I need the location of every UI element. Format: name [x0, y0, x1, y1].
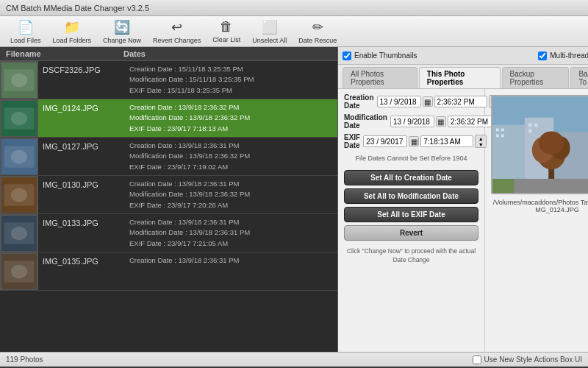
creation-time-input[interactable] — [434, 96, 487, 107]
title-bar: CM Batch MMedia Date Changer v3.2.5 — [0, 0, 588, 16]
modification-date-display: Modification Date : 13/9/18 2:36:32 PM — [129, 189, 333, 199]
new-style-ui-area[interactable]: Use New Style Actions Box UI — [473, 355, 582, 364]
clear-list-icon: 🗑 — [220, 19, 233, 35]
creation-date-display: Creation Date : 15/11/18 3:25:35 PM — [129, 64, 333, 74]
file-name: IMG_0130.JPG — [43, 179, 123, 210]
exif-date-display: EXIF Date : 23/9/17 7:19:02 AM — [129, 162, 333, 172]
creation-date-row: Creation Date ▦ ▲ ▼ — [344, 93, 478, 110]
set-all-exif-btn[interactable]: Set All to EXIF Date — [344, 207, 478, 222]
change-now-icon: 🔄 — [114, 19, 130, 35]
thumb-image — [1, 254, 37, 289]
toolbar-btn-date-rescue[interactable]: ✏ Date Rescue — [294, 18, 341, 46]
properties-panel: Creation Date ▦ ▲ ▼ Modification Date — [338, 89, 588, 352]
file-info: IMG_0133.JPG Creation Date : 13/9/18 2:3… — [38, 214, 337, 252]
file-name: IMG_0135.JPG — [43, 255, 123, 287]
file-info: IMG_0127.JPG Creation Date : 13/9/18 2:3… — [38, 138, 337, 175]
file-thumb — [0, 138, 38, 175]
new-style-ui-checkbox[interactable] — [473, 355, 481, 364]
modification-date-display: Modification Date : 13/9/18 2:36:31 PM — [129, 227, 333, 238]
multithreaded-label: Multi-threaded Support — [550, 52, 588, 60]
header-dates: Dates — [123, 49, 331, 58]
creation-date-display: Creation Date : 13/9/18 2:36:31 PM — [129, 217, 333, 227]
date-rescue-icon: ✏ — [312, 19, 323, 35]
exif-date-display: EXIF Date : 23/9/17 7:18:13 AM — [129, 124, 333, 134]
set-all-creation-btn[interactable]: Set All to Creation Date — [344, 170, 478, 185]
tab-3[interactable]: Basic How To — [570, 67, 588, 88]
header-filename: Filename — [6, 49, 123, 58]
file-info: IMG_0130.JPG Creation Date : 13/9/18 2:3… — [38, 176, 337, 213]
file-dates: Creation Date : 13/9/18 2:36:31 PM Modif… — [129, 217, 333, 249]
new-style-ui-label: Use New Style Actions Box UI — [484, 355, 582, 364]
file-row[interactable]: IMG_0133.JPG Creation Date : 13/9/18 2:3… — [0, 214, 337, 252]
creation-date-label: Creation Date — [344, 93, 374, 110]
file-info: IMG_0124.JPG Creation Date : 13/9/18 2:3… — [38, 99, 337, 137]
set-all-modification-btn[interactable]: Set All to Modification Date — [344, 188, 478, 204]
unselect-all-label: Unselect All — [252, 37, 287, 44]
toolbar-btn-change-now[interactable]: 🔄 Change Now — [98, 18, 146, 46]
file-row[interactable]: IMG_0124.JPG Creation Date : 13/9/18 2:3… — [0, 99, 337, 138]
file-info: DSCF2326.JPG Creation Date : 15/11/18 3:… — [38, 61, 337, 99]
file-dates: Creation Date : 13/9/18 2:36:31 PM — [129, 255, 333, 287]
thumb-image — [1, 139, 37, 174]
toolbar-btn-load-files[interactable]: 📄 Load Files — [6, 18, 46, 46]
file-row[interactable]: IMG_0130.JPG Creation Date : 13/9/18 2:3… — [0, 176, 337, 214]
toolbar-btn-unselect-all[interactable]: ⬜ Unselect All — [248, 18, 291, 46]
tab-1[interactable]: This Photo Properties — [419, 67, 501, 88]
enable-thumbnails-area[interactable]: Enable Thumbnails — [343, 52, 417, 60]
exif-date-calendar-btn[interactable]: ▦ — [409, 136, 419, 146]
tab-2[interactable]: Backup Properties — [502, 67, 570, 88]
svg-point-11 — [11, 188, 27, 201]
creation-date-display: Creation Date : 13/9/18 2:36:31 PM — [129, 141, 333, 151]
modification-date-display: Modification Date : 13/9/18 2:36:32 PM — [129, 151, 333, 161]
svg-point-5 — [11, 111, 27, 124]
title-text: CM Batch MMedia Date Changer v3.2.5 — [6, 4, 149, 13]
modification-date-display: Modification Date : 13/9/18 2:36:32 PM — [129, 113, 333, 123]
enable-thumbnails-label: Enable Thumbnails — [354, 52, 417, 60]
enable-thumbnails-checkbox[interactable] — [343, 52, 351, 60]
exif-date-input[interactable] — [363, 135, 407, 147]
thumb-image — [1, 63, 37, 98]
bottom-panel: Enable Thumbnails Multi-threaded Support… — [338, 47, 588, 352]
change-now-label: Change Now — [103, 37, 141, 44]
exif-date-value: ▦ ▲ ▼ — [363, 135, 487, 148]
file-row[interactable]: DSCF2326.JPG Creation Date : 15/11/18 3:… — [0, 61, 337, 99]
toolbar-btn-clear-list[interactable]: 🗑 Clear List — [208, 18, 245, 46]
file-name: IMG_0124.JPG — [43, 102, 123, 134]
bottom-header: Enable Thumbnails Multi-threaded Support — [338, 47, 588, 65]
file-thumb — [0, 252, 38, 290]
action-buttons: Set All to Creation Date Set All to Modi… — [344, 170, 478, 241]
revert-btn[interactable]: Revert — [344, 225, 478, 241]
file-dates: Creation Date : 13/9/18 2:36:32 PM Modif… — [129, 102, 333, 134]
toolbar-btn-load-folders[interactable]: 📁 Load Folders — [49, 18, 96, 46]
svg-point-37 — [539, 131, 564, 154]
click-note: Click "Change Now" to proceed with the a… — [344, 247, 478, 265]
thumb-image — [1, 101, 37, 136]
svg-rect-29 — [528, 129, 532, 132]
multithreaded-area[interactable]: Multi-threaded Support — [538, 52, 588, 60]
modification-date-input[interactable] — [390, 116, 434, 127]
file-row[interactable]: IMG_0127.JPG Creation Date : 13/9/18 2:3… — [0, 138, 337, 176]
file-dates: Creation Date : 15/11/18 3:25:35 PM Modi… — [129, 64, 333, 96]
svg-rect-26 — [501, 134, 504, 137]
file-thumb — [0, 214, 38, 252]
load-folders-icon: 📁 — [64, 19, 80, 35]
modification-date-display: Modification Date : 15/11/18 3:25:35 PM — [129, 74, 333, 85]
load-folders-label: Load Folders — [53, 37, 92, 44]
creation-date-calendar-btn[interactable]: ▦ — [423, 96, 433, 107]
file-thumb — [0, 99, 38, 137]
file-name: IMG_0133.JPG — [43, 217, 123, 249]
file-dates: Creation Date : 13/9/18 2:36:31 PM Modif… — [129, 141, 333, 172]
file-list[interactable]: Filename Dates DSCF2326.JPG Creation Dat… — [0, 47, 338, 352]
multithreaded-checkbox[interactable] — [538, 52, 547, 60]
file-row[interactable]: IMG_0135.JPG Creation Date : 13/9/18 2:3… — [0, 252, 337, 291]
file-info: IMG_0135.JPG Creation Date : 13/9/18 2:3… — [38, 252, 337, 290]
exif-time-input[interactable] — [420, 135, 473, 147]
tab-0[interactable]: All Photos Properties — [343, 67, 417, 88]
date-warning: File Dates Cannot be Set Before 1904 — [344, 155, 478, 162]
creation-date-display: Creation Date : 13/9/18 2:36:31 PM — [129, 179, 333, 189]
toolbar-btn-revert-changes[interactable]: ↩ Revert Changes — [148, 18, 205, 46]
svg-point-14 — [11, 226, 27, 239]
modification-date-calendar-btn[interactable]: ▦ — [436, 116, 446, 127]
creation-date-input[interactable] — [377, 96, 421, 107]
modification-date-row: Modification Date ▦ ▲ ▼ — [344, 113, 478, 130]
